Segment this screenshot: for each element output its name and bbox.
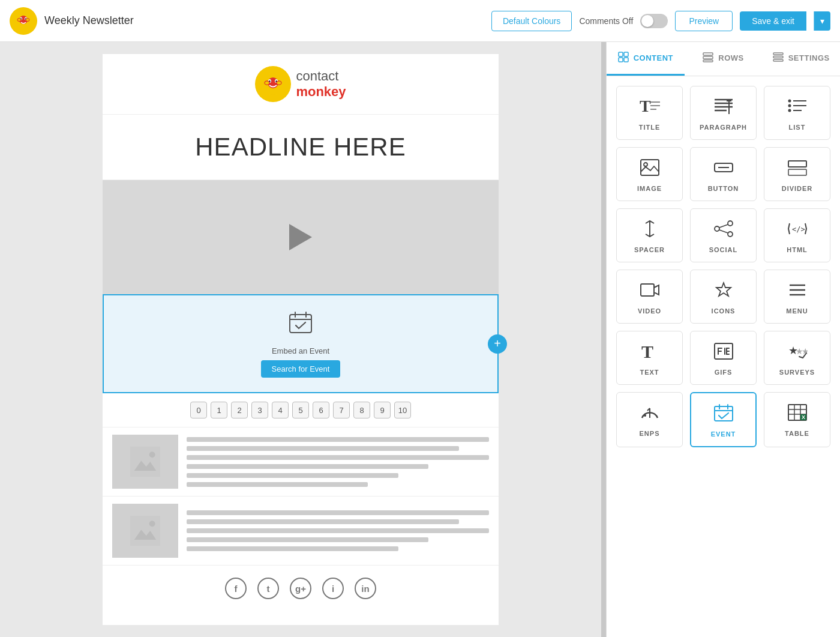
comments-toggle[interactable] (640, 14, 668, 28)
tab-content[interactable]: CONTENT (607, 42, 685, 76)
canvas-headline: HEADLINE HERE (103, 115, 499, 180)
svg-point-56 (728, 232, 733, 237)
svg-rect-28 (703, 56, 713, 59)
svg-point-43 (788, 104, 791, 107)
content-item-icons[interactable]: ICONS (690, 270, 757, 324)
tab-settings[interactable]: SETTINGS (762, 42, 840, 76)
svg-rect-52 (788, 169, 806, 175)
gifs-item-label: GIFS (715, 369, 733, 376)
svg-rect-26 (624, 58, 628, 62)
preview-button[interactable]: Preview (675, 11, 733, 31)
svg-rect-32 (773, 59, 783, 61)
content-item-gifs[interactable]: GIFS (690, 331, 757, 385)
text-line (187, 455, 489, 460)
text-line (187, 482, 368, 487)
rows-tab-icon (703, 52, 713, 64)
text-line (187, 510, 489, 515)
page-9[interactable]: 9 (374, 402, 391, 418)
event-item-label: EVENT (711, 430, 736, 438)
add-block-button[interactable]: + (488, 334, 507, 354)
svg-line-58 (719, 230, 728, 233)
svg-rect-21 (130, 516, 160, 546)
content-item-social[interactable]: SOCIAL (690, 208, 757, 262)
text-icon: T (640, 342, 660, 363)
app-logo (10, 7, 37, 35)
divider-item-label: DIVIDER (782, 185, 813, 192)
calendar-check-icon (287, 310, 314, 342)
page-7[interactable]: 7 (333, 402, 350, 418)
content-item-spacer[interactable]: SPACER (616, 208, 683, 262)
content-item-image[interactable]: IMAGE (616, 147, 683, 201)
svg-rect-25 (619, 58, 623, 62)
right-panel: CONTENT ROWS (606, 42, 840, 637)
video-item-label: VIDEO (638, 307, 661, 315)
text-item-label: TEXT (640, 369, 659, 376)
text-line (187, 519, 459, 524)
embed-event-label: Embed an Event (272, 346, 329, 355)
comments-label: Comments Off (579, 16, 633, 26)
page-6[interactable]: 6 (313, 402, 329, 418)
svg-text:X: X (802, 414, 805, 420)
content-item-surveys[interactable]: ★ ★ ★ SURVEYS (764, 331, 830, 385)
search-event-button[interactable]: Search for Event (261, 360, 341, 378)
content-item-menu[interactable]: MENU (764, 270, 830, 324)
icons-item-label: ICONS (712, 307, 736, 315)
social-twitter-icon: t (257, 578, 279, 599)
content-item-enps[interactable]: ENPS (616, 392, 683, 447)
page-8[interactable]: 8 (353, 402, 370, 418)
monkey-logo-circle (255, 66, 291, 102)
content-tab-icon (618, 52, 629, 64)
content-item-button[interactable]: BUTTON (690, 147, 757, 201)
canvas-social: f t g+ i in (103, 566, 499, 611)
text-line (187, 546, 398, 551)
page-1[interactable]: 1 (211, 402, 227, 418)
svg-rect-19 (130, 447, 160, 477)
content-item-paragraph[interactable]: PARAGRAPH (690, 86, 757, 140)
content-item-video[interactable]: VIDEO (616, 270, 683, 324)
svg-rect-23 (619, 52, 623, 56)
text-line (187, 446, 459, 451)
page-5[interactable]: 5 (292, 402, 309, 418)
topbar: Weekly Newsletter Default Colours Commen… (0, 0, 840, 42)
surveys-item-label: SURVEYS (779, 369, 815, 376)
page-2[interactable]: 2 (231, 402, 248, 418)
main-layout: contact monkey HEADLINE HERE (0, 42, 840, 637)
svg-point-20 (149, 451, 155, 457)
content-item-html[interactable]: </> HTML (764, 208, 830, 262)
page-4[interactable]: 4 (272, 402, 289, 418)
content-item-event[interactable]: EVENT (690, 392, 757, 447)
page-title: Weekly Newsletter (44, 14, 484, 27)
default-colours-button[interactable]: Default Colours (491, 11, 572, 31)
gifs-icon (713, 342, 734, 363)
page-0[interactable]: 0 (190, 402, 207, 418)
content-image-1 (112, 435, 178, 489)
content-item-table[interactable]: X TABLE (764, 392, 830, 447)
social-facebook-icon: f (225, 578, 247, 599)
svg-rect-30 (773, 53, 783, 55)
content-item-title[interactable]: T TITLE (616, 86, 683, 140)
tab-rows[interactable]: ROWS (685, 42, 763, 76)
svg-point-22 (149, 521, 155, 527)
svg-rect-31 (773, 56, 783, 58)
content-item-text[interactable]: T TEXT (616, 331, 683, 385)
svg-rect-24 (624, 52, 628, 56)
play-button-icon (289, 224, 312, 250)
content-item-list[interactable]: LIST (764, 86, 830, 140)
content-lines-2 (187, 504, 489, 558)
svg-text:T: T (641, 342, 653, 360)
toggle-knob (641, 15, 653, 27)
save-exit-dropdown-button[interactable]: ▾ (814, 11, 830, 31)
save-exit-button[interactable]: Save & exit (740, 11, 806, 31)
canvas-event-block[interactable]: Embed an Event Search for Event + (103, 294, 499, 393)
text-line (187, 473, 398, 478)
svg-rect-51 (788, 161, 806, 167)
content-item-divider[interactable]: DIVIDER (764, 147, 830, 201)
email-canvas: contact monkey HEADLINE HERE (103, 54, 499, 625)
svg-line-57 (719, 225, 728, 228)
page-10[interactable]: 10 (394, 402, 411, 418)
canvas-logo: contact monkey (255, 66, 346, 102)
icons-icon (713, 281, 734, 301)
social-icon (713, 220, 734, 240)
page-3[interactable]: 3 (251, 402, 268, 418)
canvas-video (103, 180, 499, 294)
